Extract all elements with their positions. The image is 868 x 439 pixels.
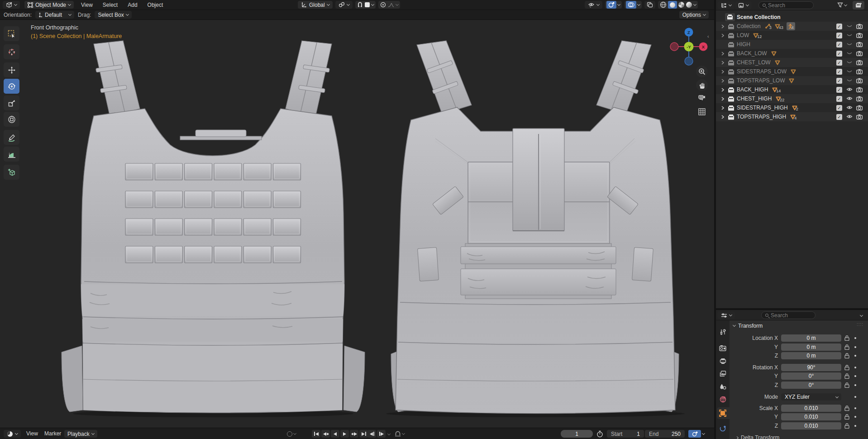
camera-view-button[interactable] xyxy=(696,92,708,104)
transform-value-field[interactable]: 0 m xyxy=(781,344,841,351)
outliner-row[interactable]: Collection3434✓ xyxy=(716,22,868,31)
frame-back-button[interactable] xyxy=(367,430,376,438)
end-frame-field[interactable]: End 250 xyxy=(645,430,685,438)
transform-value-field[interactable]: 0° xyxy=(781,382,841,389)
timeline-menu-view[interactable]: View xyxy=(24,430,41,438)
vest-back-model[interactable] xyxy=(386,41,685,417)
camera-toggle-icon[interactable] xyxy=(856,33,863,38)
gizmo-minus-x-axis[interactable] xyxy=(670,43,678,51)
rotate-tool[interactable] xyxy=(4,79,19,94)
pivot-point-button[interactable] xyxy=(335,1,353,9)
menu-add[interactable]: Add xyxy=(125,2,140,8)
next-keyframe-button[interactable] xyxy=(350,430,358,438)
eye-closed-icon[interactable] xyxy=(846,24,853,29)
animate-dot[interactable] xyxy=(854,396,856,398)
exclude-checkbox[interactable]: ✓ xyxy=(836,78,842,84)
snap-target-icon[interactable] xyxy=(365,2,370,7)
lock-icon[interactable] xyxy=(844,414,849,420)
gizmo-dropdown[interactable] xyxy=(617,3,620,6)
select-box-tool[interactable] xyxy=(4,26,19,41)
editor-splitter-horizontal[interactable] xyxy=(716,308,868,310)
scene-tab[interactable] xyxy=(718,382,728,391)
outliner-row[interactable]: LOW12✓ xyxy=(716,31,868,40)
snap-magnet-icon[interactable] xyxy=(357,2,363,8)
outliner-row[interactable]: CHEST_HIGH22✓ xyxy=(716,94,868,103)
camera-toggle-icon[interactable] xyxy=(856,51,863,56)
frame-forward-button[interactable] xyxy=(377,430,386,438)
gizmo-minus-z-axis[interactable] xyxy=(685,57,693,65)
animate-dot[interactable] xyxy=(854,384,856,386)
jump-start-button[interactable] xyxy=(312,430,320,438)
current-frame-field[interactable]: 1 xyxy=(561,430,593,438)
menu-object[interactable]: Object xyxy=(145,2,166,8)
proportional-editing-icon[interactable] xyxy=(380,2,386,8)
shading-rendered-icon[interactable] xyxy=(686,2,692,8)
sync-mode-button[interactable] xyxy=(688,430,701,438)
camera-toggle-icon[interactable] xyxy=(856,96,863,101)
orientation-select[interactable]: Default xyxy=(35,11,74,19)
animate-dot[interactable] xyxy=(854,346,856,348)
display-mode-button[interactable] xyxy=(735,1,752,9)
expand-arrow-icon[interactable] xyxy=(721,79,725,83)
measure-tool[interactable] xyxy=(4,147,19,162)
eye-closed-icon[interactable] xyxy=(846,42,853,47)
outliner-row[interactable]: SIDESTRAPS_HIGH2✓ xyxy=(716,103,868,112)
properties-editor-button[interactable] xyxy=(718,311,735,319)
lock-icon[interactable] xyxy=(844,373,849,379)
scene-collection-row[interactable]: Scene Collection xyxy=(716,13,868,22)
camera-toggle-icon[interactable] xyxy=(856,105,863,110)
navigation-gizmo[interactable]: Z X -Y xyxy=(668,26,709,67)
scale-tool[interactable] xyxy=(4,95,19,110)
exclude-checkbox[interactable]: ✓ xyxy=(836,105,842,111)
expand-arrow-icon[interactable] xyxy=(721,88,725,92)
exclude-checkbox[interactable]: ✓ xyxy=(836,69,842,75)
exclude-checkbox[interactable]: ✓ xyxy=(836,24,842,29)
add-cube-tool[interactable] xyxy=(4,165,19,180)
auto-key-icon[interactable] xyxy=(287,431,292,437)
animate-dot[interactable] xyxy=(854,337,856,339)
options-button[interactable]: Options xyxy=(679,11,709,19)
lock-icon[interactable] xyxy=(844,406,849,411)
start-frame-field[interactable]: Start 1 xyxy=(607,430,644,438)
transform-tool[interactable] xyxy=(4,112,19,127)
transform-value-field[interactable]: 0° xyxy=(781,372,841,380)
output-tab[interactable] xyxy=(718,356,728,366)
transform-value-field[interactable]: 0.010 xyxy=(781,413,841,420)
sync-dropdown[interactable] xyxy=(402,432,405,435)
editor-splitter-vertical[interactable] xyxy=(714,0,716,439)
sidebar-collapse-arrow[interactable]: ‹ xyxy=(707,33,709,39)
new-collection-button[interactable] xyxy=(853,1,864,10)
step-dropdown[interactable] xyxy=(387,432,391,435)
vest-front-model[interactable] xyxy=(62,41,365,417)
drag-select[interactable]: Select Box xyxy=(95,11,131,19)
xray-toggle[interactable] xyxy=(644,1,655,9)
outliner-row[interactable]: BACK_LOW✓ xyxy=(716,49,868,58)
jump-end-button[interactable] xyxy=(359,430,368,438)
lock-icon[interactable] xyxy=(844,344,849,350)
lock-icon[interactable] xyxy=(844,423,849,429)
camera-toggle-icon[interactable] xyxy=(856,60,863,65)
outliner-row[interactable]: CHEST_LOW✓ xyxy=(716,58,868,67)
transform-value-field[interactable]: 0 m xyxy=(781,352,841,359)
animate-dot[interactable] xyxy=(854,367,856,368)
expand-arrow-icon[interactable] xyxy=(721,115,725,119)
exclude-checkbox[interactable]: ✓ xyxy=(836,42,842,48)
object-tab[interactable] xyxy=(718,408,728,418)
camera-toggle-icon[interactable] xyxy=(856,87,863,92)
world-tab[interactable] xyxy=(718,394,728,404)
play-reverse-button[interactable] xyxy=(331,430,339,438)
properties-search[interactable]: Search xyxy=(761,311,816,319)
eye-open-icon[interactable] xyxy=(846,114,853,119)
sync-mode-dropdown[interactable] xyxy=(702,432,705,435)
outliner-row[interactable]: BACK_HIGH14✓ xyxy=(716,85,868,94)
shading-dropdown[interactable] xyxy=(693,3,696,6)
overlays-toggle[interactable] xyxy=(626,1,636,9)
lock-icon[interactable] xyxy=(844,335,849,341)
move-tool[interactable] xyxy=(4,62,19,77)
delta-transform-panel-header[interactable]: Delta Transform xyxy=(736,434,779,439)
eye-closed-icon[interactable] xyxy=(846,51,853,56)
falloff-curve-icon[interactable] xyxy=(388,2,394,7)
expand-arrow-icon[interactable] xyxy=(721,52,725,56)
camera-toggle-icon[interactable] xyxy=(856,69,863,74)
3d-viewport[interactable]: Front Orthographic (1) Scene Collection … xyxy=(0,20,714,428)
